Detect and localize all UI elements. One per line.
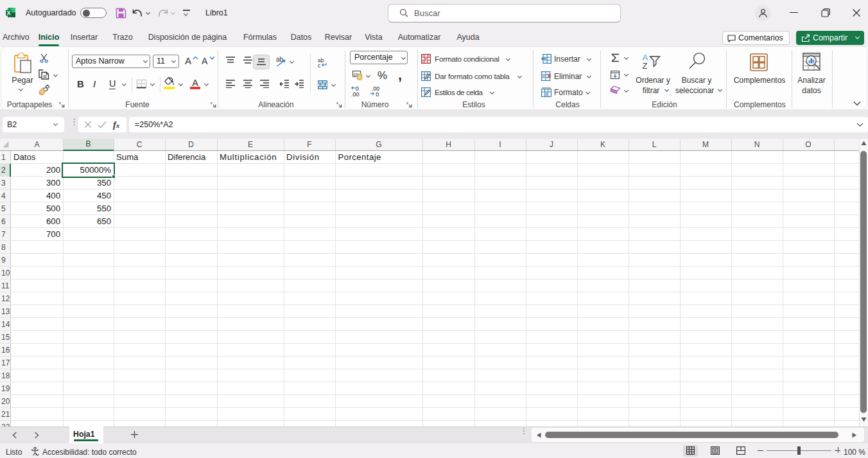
svg-text:.00: .00 bbox=[351, 91, 360, 97]
svg-text:A: A bbox=[202, 56, 208, 66]
svg-text:X: X bbox=[7, 10, 11, 16]
svg-text:Z: Z bbox=[643, 61, 648, 71]
svg-text:A: A bbox=[185, 55, 191, 66]
svg-text:0: 0 bbox=[376, 91, 379, 97]
